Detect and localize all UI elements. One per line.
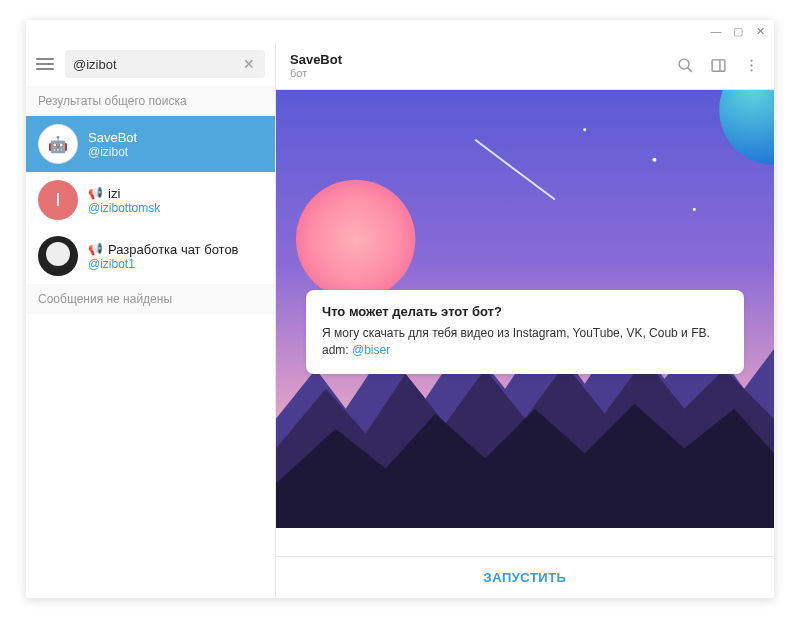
window-titlebar: — ▢ ✕ [26,20,774,42]
svg-line-1 [688,68,692,72]
result-title: 📢 Разработка чат ботов [88,242,239,257]
svg-point-13 [583,128,586,131]
bot-info-card: Что может делать этот бот? Я могу скачат… [306,290,744,374]
result-handle: @izibot [88,145,137,159]
channel-icon: 📢 [88,186,103,200]
menu-icon[interactable] [36,53,57,75]
sidepanel-icon[interactable] [710,57,727,74]
result-text: 📢 Разработка чат ботов @izibot1 [88,242,239,271]
maximize-icon[interactable]: ▢ [732,25,744,37]
avatar-bot-icon: 🤖 [38,124,78,164]
result-handle: @izibot1 [88,257,239,271]
chat-header: SaveBot бот [276,42,774,90]
clear-search-icon[interactable]: ✕ [241,56,257,72]
result-title: SaveBot [88,130,137,145]
avatar-image-icon [38,236,78,276]
result-title: 📢 izi [88,186,160,201]
admin-link[interactable]: @biser [352,343,390,357]
card-body: Я могу скачать для тебя видео из Instagr… [322,325,728,360]
no-messages-label: Сообщения не найдены [26,284,275,314]
chat-panel: SaveBot бот [276,42,774,598]
card-title: Что может делать этот бот? [322,304,728,319]
chat-actions [677,57,760,74]
result-text: SaveBot @izibot [88,130,137,159]
svg-point-4 [750,59,752,61]
sidebar: ✕ Результаты общего поиска 🤖 SaveBot @iz… [26,42,276,598]
search-result-savebot[interactable]: 🤖 SaveBot @izibot [26,116,275,172]
svg-point-6 [750,69,752,71]
minimize-icon[interactable]: — [710,25,722,37]
start-button[interactable]: ЗАПУСТИТЬ [484,570,567,585]
result-title-text: Разработка чат ботов [108,242,239,257]
svg-rect-2 [712,60,725,71]
search-box[interactable]: ✕ [65,50,265,78]
search-icon[interactable] [677,57,694,74]
search-result-izi[interactable]: I 📢 izi @izibottomsk [26,172,275,228]
chat-title-block[interactable]: SaveBot бот [290,52,677,79]
svg-point-0 [679,59,689,69]
sidebar-top: ✕ [26,42,275,86]
channel-icon: 📢 [88,242,103,256]
chat-body: Что может делать этот бот? Я могу скачат… [276,90,774,556]
svg-point-8 [296,180,416,300]
app-window: — ▢ ✕ ✕ Результаты общего поиска 🤖 SaveB… [26,20,774,598]
svg-point-11 [652,158,656,162]
search-input[interactable] [73,57,241,72]
result-handle: @izibottomsk [88,201,160,215]
result-text: 📢 izi @izibottomsk [88,186,160,215]
search-section-label: Результаты общего поиска [26,86,275,116]
svg-point-12 [693,208,696,211]
search-result-razrabotka[interactable]: 📢 Разработка чат ботов @izibot1 [26,228,275,284]
result-title-text: izi [108,186,120,201]
close-icon[interactable]: ✕ [754,25,766,37]
content: ✕ Результаты общего поиска 🤖 SaveBot @iz… [26,42,774,598]
chat-title: SaveBot [290,52,677,67]
more-icon[interactable] [743,57,760,74]
chat-footer: ЗАПУСТИТЬ [276,556,774,598]
svg-point-5 [750,64,752,66]
avatar-letter-icon: I [38,180,78,220]
chat-subtitle: бот [290,67,677,79]
